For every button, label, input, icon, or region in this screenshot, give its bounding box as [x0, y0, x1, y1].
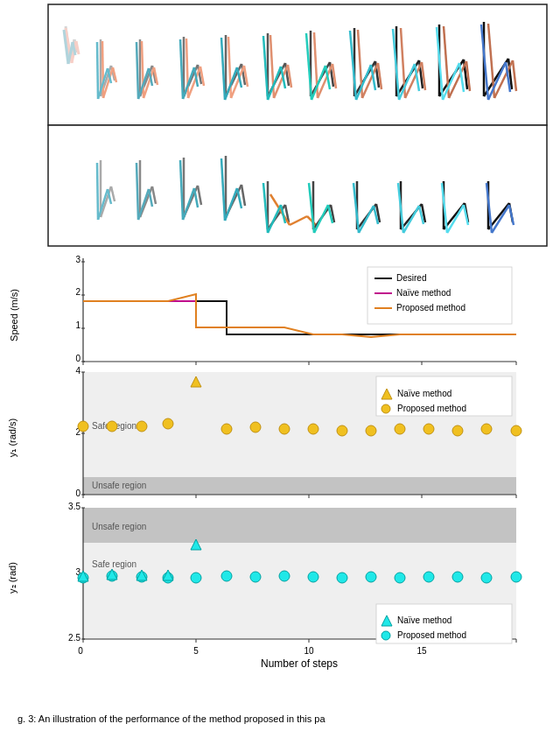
svg-point-206 [366, 425, 376, 436]
svg-text:4: 4 [75, 366, 80, 376]
svg-point-245 [250, 572, 261, 582]
svg-rect-1 [48, 125, 547, 246]
svg-point-203 [279, 424, 290, 434]
y1-ylabel: y₁ (rad/s) [7, 418, 18, 457]
svg-rect-0 [48, 4, 547, 125]
svg-text:3.5: 3.5 [68, 502, 80, 511]
svg-point-248 [337, 573, 347, 583]
y2-legend-naive: Naïve method [397, 615, 452, 625]
svg-text:2.5: 2.5 [68, 633, 80, 643]
svg-rect-215 [83, 508, 516, 543]
svg-point-244 [221, 571, 232, 581]
legend-desired: Desired [396, 273, 426, 283]
xlabel: Number of steps [261, 657, 338, 670]
svg-point-198 [107, 421, 117, 432]
y2-unsafe-label: Unsafe region [92, 522, 146, 531]
svg-line-17 [97, 42, 98, 99]
y1-proposed-0 [78, 421, 88, 432]
svg-point-204 [308, 424, 318, 434]
svg-text:5: 5 [193, 646, 199, 656]
svg-point-207 [395, 424, 405, 434]
svg-point-251 [424, 572, 434, 582]
svg-point-205 [337, 425, 347, 436]
svg-point-247 [308, 572, 318, 582]
legend-naive-speed: Naïve method [396, 288, 451, 298]
svg-text:15: 15 [416, 646, 427, 656]
svg-text:0: 0 [75, 488, 80, 498]
y1-unsafe-label: Unsafe region [92, 481, 146, 490]
svg-text:2: 2 [75, 287, 80, 297]
svg-line-14 [102, 41, 103, 98]
y2-safe-label: Safe region [92, 559, 136, 569]
svg-point-243 [191, 573, 201, 583]
svg-point-253 [481, 573, 492, 583]
caption: g. 3: An illustration of the performance… [18, 713, 326, 724]
svg-rect-183 [83, 477, 516, 495]
svg-point-214 [382, 404, 390, 413]
y2-ylabel: y₂ (rad) [7, 562, 18, 594]
svg-point-211 [511, 425, 522, 436]
y1-legend-naive: Naïve method [397, 389, 452, 398]
svg-point-208 [424, 424, 434, 434]
y1-legend-proposed: Proposed method [397, 404, 466, 413]
svg-text:0: 0 [78, 646, 83, 656]
y2-legend-proposed: Proposed method [397, 630, 466, 640]
svg-point-199 [136, 421, 147, 432]
svg-point-202 [250, 422, 261, 432]
svg-point-201 [221, 424, 232, 434]
svg-point-250 [395, 573, 405, 583]
main-figure: Speed (m/s) 0 1 2 3 Desire [0, 0, 560, 745]
svg-text:1: 1 [75, 320, 80, 330]
svg-point-210 [481, 424, 492, 434]
svg-line-104 [97, 163, 98, 220]
legend-proposed-speed: Proposed method [396, 303, 466, 313]
svg-point-257 [382, 631, 390, 640]
svg-point-254 [511, 572, 522, 582]
svg-point-249 [366, 572, 376, 582]
page-container: Speed (m/s) 0 1 2 3 Desire [0, 0, 560, 745]
svg-point-209 [452, 425, 463, 436]
speed-ylabel: Speed (m/s) [9, 289, 19, 341]
svg-text:10: 10 [304, 646, 314, 656]
svg-point-252 [452, 572, 463, 582]
svg-text:0: 0 [75, 354, 80, 363]
svg-point-246 [279, 571, 290, 581]
svg-text:3: 3 [75, 255, 80, 264]
svg-point-200 [163, 418, 173, 429]
